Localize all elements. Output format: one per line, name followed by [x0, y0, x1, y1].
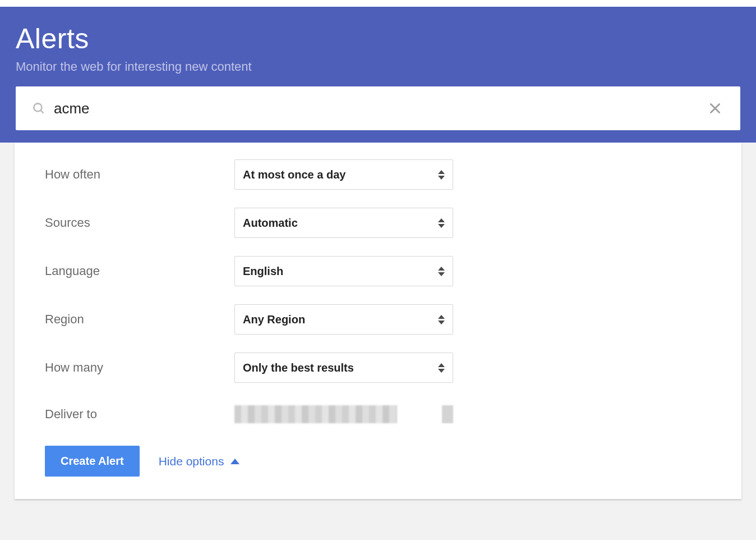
label-language: Language [45, 264, 234, 278]
select-sources-value: Automatic [243, 217, 438, 230]
label-sources: Sources [45, 216, 234, 230]
page-subtitle: Monitor the web for interesting new cont… [16, 60, 740, 74]
updown-icon [438, 218, 445, 228]
select-language[interactable]: English [234, 256, 453, 286]
row-how-often: How often At most once a day [45, 159, 711, 190]
select-how-often-value: At most once a day [243, 168, 438, 181]
updown-icon [438, 267, 445, 276]
svg-line-1 [40, 110, 43, 113]
row-deliver-to: Deliver to [45, 401, 711, 428]
row-region: Region Any Region [45, 304, 711, 335]
row-sources: Sources Automatic [45, 208, 711, 238]
row-language: Language English [45, 256, 711, 286]
label-region: Region [45, 312, 234, 327]
options-panel: How often At most once a day Sources Aut… [15, 143, 741, 499]
row-how-many: How many Only the best results [45, 353, 711, 383]
label-how-often: How often [45, 167, 234, 182]
select-region[interactable]: Any Region [234, 304, 453, 335]
search-icon [31, 101, 46, 116]
header: Alerts Monitor the web for interesting n… [0, 0, 756, 143]
select-how-often[interactable]: At most once a day [234, 159, 453, 190]
updown-icon [438, 315, 445, 324]
label-how-many: How many [45, 360, 234, 375]
select-region-value: Any Region [243, 313, 438, 326]
alerts-page: Alerts Monitor the web for interesting n… [0, 0, 756, 533]
select-sources[interactable]: Automatic [234, 208, 453, 238]
select-language-value: English [243, 265, 438, 278]
select-how-many-value: Only the best results [243, 361, 438, 374]
search-bar [16, 86, 740, 130]
caret-up-icon [231, 459, 239, 464]
svg-point-0 [34, 103, 42, 111]
updown-icon [438, 170, 445, 180]
actions-row: Create Alert Hide options [45, 446, 711, 477]
updown-icon [438, 363, 445, 373]
select-how-many[interactable]: Only the best results [234, 353, 453, 383]
label-deliver-to: Deliver to [45, 407, 234, 422]
clear-icon[interactable] [706, 99, 725, 118]
redacted-caret [442, 405, 453, 423]
select-deliver-to[interactable] [234, 401, 453, 428]
hide-options-link[interactable]: Hide options [159, 455, 240, 468]
redacted-value [234, 405, 397, 423]
page-title: Alerts [16, 22, 740, 55]
create-alert-button[interactable]: Create Alert [45, 446, 140, 477]
hide-options-label: Hide options [159, 455, 224, 468]
search-input[interactable] [54, 100, 706, 117]
